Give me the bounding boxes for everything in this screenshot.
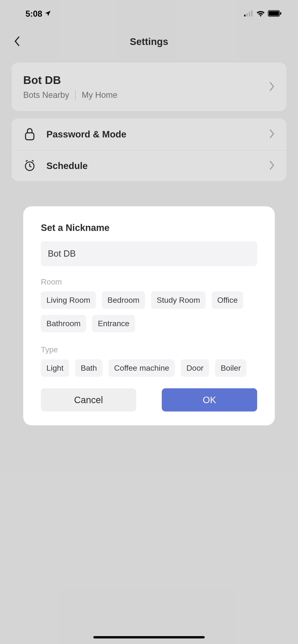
room-section-label: Room — [41, 277, 257, 286]
room-chip[interactable]: Study Room — [151, 292, 206, 309]
type-section-label: Type — [41, 345, 257, 354]
nickname-input[interactable] — [41, 241, 257, 266]
type-chip[interactable]: Light — [41, 359, 69, 377]
cancel-button[interactable]: Cancel — [41, 388, 136, 412]
type-chip[interactable]: Door — [181, 359, 209, 377]
type-chip[interactable]: Bath — [75, 359, 103, 377]
type-chip[interactable]: Coffee machine — [109, 359, 175, 377]
type-chip-row: LightBathCoffee machineDoorBoiler — [41, 359, 257, 377]
room-chip[interactable]: Office — [212, 292, 243, 309]
ok-button[interactable]: OK — [162, 388, 257, 412]
modal-title: Set a Nickname — [41, 222, 257, 233]
room-chip[interactable]: Entrance — [92, 315, 135, 332]
modal-buttons: Cancel OK — [41, 388, 257, 412]
room-chip[interactable]: Bathroom — [41, 315, 86, 332]
room-chip-row: Living RoomBedroomStudy RoomOfficeBathro… — [41, 292, 257, 332]
room-chip[interactable]: Living Room — [41, 292, 96, 309]
type-chip[interactable]: Boiler — [215, 359, 246, 377]
nickname-modal: Set a Nickname Room Living RoomBedroomSt… — [23, 206, 275, 426]
room-chip[interactable]: Bedroom — [102, 292, 145, 309]
